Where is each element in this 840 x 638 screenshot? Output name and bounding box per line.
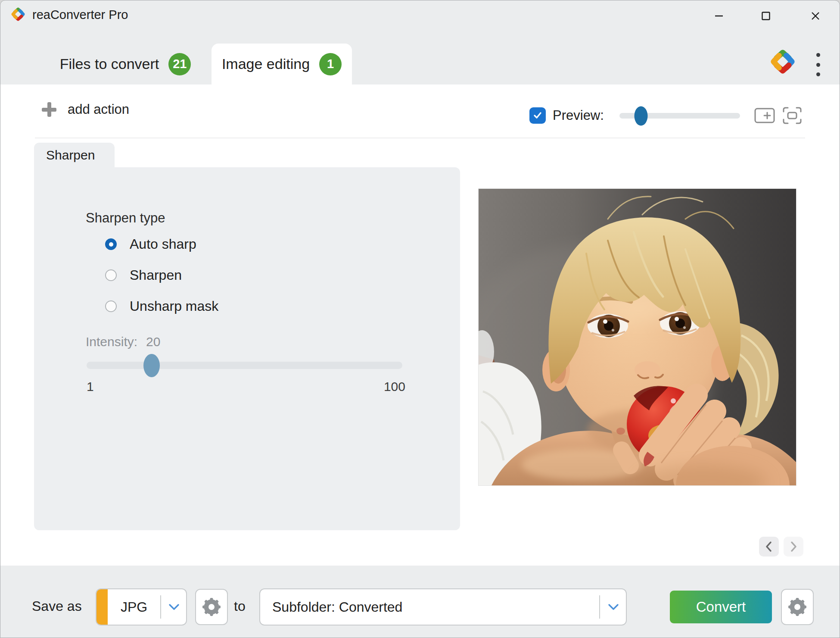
add-action-label: add action [68,102,129,117]
radio-icon [105,269,117,281]
next-image-button[interactable] [784,537,803,557]
chevron-right-icon [789,541,798,552]
to-label: to [234,598,246,614]
format-color-strip [96,589,108,625]
chevron-down-icon [168,603,180,611]
convert-button[interactable]: Convert [670,591,772,623]
gear-icon [788,598,806,616]
preview-label: Preview: [553,108,604,123]
gear-icon [202,598,221,616]
window-title: reaConverter Pro [32,8,128,22]
zoom-in-button[interactable] [754,105,775,126]
footer-bar: Save as JPG [0,566,840,638]
format-settings-button[interactable] [195,589,228,625]
actions-count-badge: 1 [319,53,342,75]
tab-image-editing[interactable]: Image editing 1 [212,44,352,84]
combo-divider [599,595,600,619]
radio-icon [105,238,117,250]
sharpen-panel: Sharpen type Auto sharp Sharpen Unsharp … [34,167,460,530]
intensity-row: Intensity: 20 [86,335,160,349]
format-select[interactable]: JPG [96,588,187,625]
minimize-button[interactable] [709,6,729,25]
convert-settings-button[interactable] [781,589,814,625]
radio-label: Auto sharp [130,236,196,252]
prev-image-button[interactable] [759,537,779,557]
destination-value: Subfolder: Converted [272,599,402,615]
maximize-button[interactable] [756,6,776,25]
action-tab-label: Sharpen [46,148,95,163]
tab-files-to-convert[interactable]: Files to convert 21 [48,44,203,84]
preview-zoom-slider[interactable] [619,113,740,119]
title-bar: reaConverter Pro [0,0,840,28]
preview-image [479,189,796,485]
zoom-in-icon [754,107,775,124]
close-button[interactable] [805,6,826,25]
radio-icon [105,300,117,312]
tab-bar: Files to convert 21 Image editing 1 [0,28,840,84]
app-logo-icon [10,6,26,22]
brand-logo-icon [768,47,797,76]
save-as-label: Save as [32,598,82,614]
preview-checkbox[interactable] [529,107,546,124]
sharpen-type-label: Sharpen type [86,210,165,226]
radio-unsharp-mask[interactable]: Unsharp mask [105,298,218,314]
app-window: reaConverter Pro Files to convert 21 Ima… [0,0,840,638]
overflow-menu-button[interactable] [809,50,827,79]
format-value: JPG [108,599,160,615]
radio-label: Sharpen [130,267,182,283]
checkmark-icon [532,110,543,121]
fullscreen-icon [782,106,802,125]
add-action-button[interactable]: add action [42,102,129,117]
main-content: add action Preview: [0,84,840,566]
fullscreen-button[interactable] [782,105,803,126]
slider-thumb[interactable] [635,106,648,125]
intensity-label: Intensity: [86,335,137,349]
tab-label: Files to convert [60,56,159,72]
chevron-left-icon [765,541,773,552]
slider-min-label: 1 [87,379,94,394]
radio-auto-sharp[interactable]: Auto sharp [105,236,196,252]
destination-select[interactable]: Subfolder: Converted [259,588,627,625]
plus-icon [42,102,56,117]
intensity-slider[interactable] [87,362,402,369]
radio-sharpen[interactable]: Sharpen [105,267,182,283]
intensity-value: 20 [146,335,160,349]
slider-thumb[interactable] [143,354,160,377]
toolbar-divider [35,138,805,138]
action-tab-sharpen[interactable]: Sharpen [34,143,115,167]
slider-max-label: 100 [366,379,405,394]
tab-label: Image editing [222,56,310,72]
chevron-down-icon [607,603,619,611]
files-count-badge: 21 [168,53,191,75]
radio-label: Unsharp mask [130,298,218,314]
combo-divider [160,595,161,619]
